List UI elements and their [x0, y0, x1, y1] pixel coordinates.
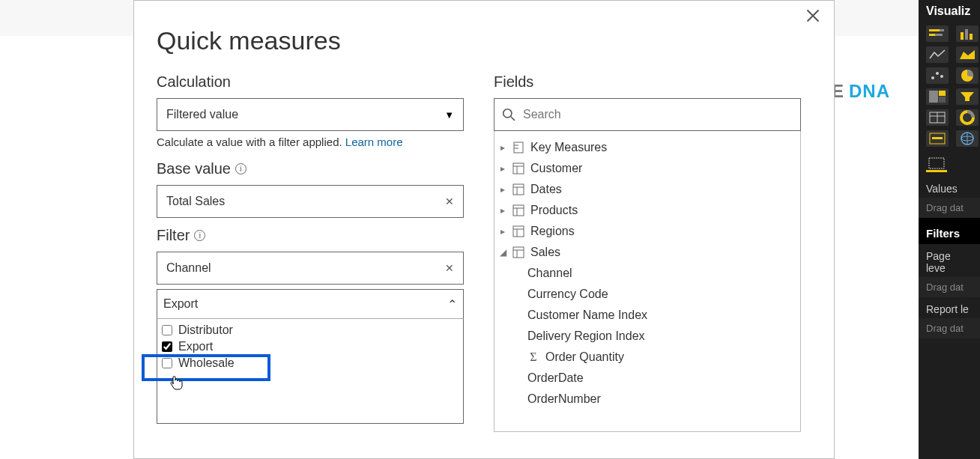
- svg-rect-14: [513, 226, 524, 237]
- values-well[interactable]: Drag dat: [919, 198, 980, 218]
- tree-field-item[interactable]: Customer Name Index: [497, 305, 797, 326]
- brand-dna: DNA: [849, 81, 890, 102]
- donut-icon[interactable]: [956, 109, 979, 126]
- fields-tree: ▸Key Measures▸Customer▸Dates▸Products▸Re…: [494, 131, 801, 432]
- clear-icon[interactable]: ✕: [445, 195, 454, 207]
- svg-rect-5: [513, 163, 524, 174]
- table-icon: [512, 246, 524, 258]
- filter-field-input[interactable]: Channel ✕: [157, 252, 464, 285]
- caret-right-icon[interactable]: ▸: [499, 142, 506, 153]
- clear-icon[interactable]: ✕: [445, 262, 454, 274]
- quick-measures-dialog: Quick measures Calculation Filtered valu…: [133, 0, 835, 459]
- chevron-up-icon: ⌃: [447, 297, 457, 311]
- caret-right-icon[interactable]: ▸: [499, 163, 506, 174]
- tree-item-label: Products: [530, 204, 578, 217]
- tree-item-label: Dates: [530, 183, 562, 196]
- caret-right-icon[interactable]: ▸: [499, 184, 506, 195]
- table-icon[interactable]: [926, 109, 949, 126]
- filter-expanded-value: Export: [163, 297, 198, 311]
- svg-rect-24: [961, 32, 964, 40]
- line-chart-icon[interactable]: [926, 46, 949, 63]
- page-filters-well[interactable]: Drag dat: [919, 277, 980, 297]
- filter-label: Filter i: [157, 227, 464, 244]
- tree-field-item[interactable]: Channel: [497, 263, 797, 284]
- report-filters-well[interactable]: Drag dat: [919, 318, 980, 338]
- filter-option[interactable]: Export: [162, 338, 459, 355]
- svg-rect-26: [970, 34, 973, 40]
- pie-chart-icon[interactable]: [956, 67, 979, 84]
- svg-rect-25: [965, 29, 968, 40]
- tree-field-item[interactable]: Delivery Region Index: [497, 326, 797, 347]
- tree-field-label: Delivery Region Index: [527, 329, 645, 343]
- tree-field-item[interactable]: OrderNumber: [497, 389, 797, 410]
- tree-table-item[interactable]: ▸Dates: [497, 179, 797, 200]
- table-icon: [512, 204, 524, 216]
- tree-field-item[interactable]: ΣOrder Quantity: [497, 347, 797, 368]
- svg-rect-33: [939, 97, 946, 103]
- scatter-chart-icon[interactable]: [926, 67, 949, 84]
- tree-table-item[interactable]: ▸Key Measures: [497, 137, 797, 158]
- selected-visual-matrix-icon[interactable]: [926, 156, 947, 172]
- tree-field-item[interactable]: OrderDate: [497, 368, 797, 389]
- svg-rect-11: [513, 205, 524, 216]
- svg-line-1: [511, 117, 515, 121]
- calculation-column: Calculation Filtered value ▼ Calculate a…: [157, 73, 464, 432]
- viz-icon-grid: [919, 22, 980, 154]
- brand-logo: E DNA: [832, 81, 890, 102]
- svg-point-0: [503, 109, 512, 118]
- stacked-bar-icon[interactable]: [926, 25, 949, 42]
- filter-checkbox[interactable]: [162, 358, 172, 368]
- card-icon[interactable]: [926, 130, 949, 147]
- learn-more-link[interactable]: Learn more: [345, 136, 403, 148]
- svg-rect-32: [939, 91, 946, 96]
- svg-rect-31: [929, 91, 938, 103]
- tree-field-item[interactable]: Currency Code: [497, 284, 797, 305]
- tree-table-item[interactable]: ▸Customer: [497, 158, 797, 179]
- base-value-value: Total Sales: [166, 195, 225, 208]
- base-value-label: Base value i: [157, 160, 464, 177]
- caret-right-icon[interactable]: ▸: [499, 226, 506, 237]
- tree-table-item[interactable]: ▸Regions: [497, 221, 797, 242]
- calculation-label: Calculation: [157, 73, 464, 91]
- fields-label: Fields: [494, 73, 801, 91]
- calculation-helper: Calculate a value with a filter applied.…: [157, 136, 464, 148]
- sigma-icon: Σ: [527, 350, 539, 364]
- helper-text: Calculate a value with a filter applied.: [157, 136, 345, 148]
- caret-right-icon[interactable]: ▸: [499, 205, 506, 216]
- globe-icon[interactable]: [956, 130, 979, 147]
- base-value-input[interactable]: Total Sales ✕: [157, 185, 464, 218]
- treemap-icon[interactable]: [926, 88, 949, 105]
- tree-item-label: Customer: [530, 162, 582, 175]
- close-icon[interactable]: [805, 8, 820, 23]
- caret-down-icon[interactable]: ◢: [499, 247, 506, 258]
- info-icon[interactable]: i: [194, 230, 205, 241]
- calculation-select[interactable]: Filtered value ▼: [157, 98, 464, 131]
- area-chart-icon[interactable]: [956, 46, 979, 63]
- info-icon[interactable]: i: [235, 163, 246, 174]
- svg-rect-22: [929, 34, 935, 36]
- funnel-icon[interactable]: [956, 88, 979, 105]
- filter-field-value: Channel: [166, 261, 211, 275]
- filter-checkbox[interactable]: [162, 341, 172, 352]
- table-icon: [512, 225, 524, 237]
- filter-option-label: Wholesale: [178, 356, 235, 370]
- clustered-column-icon[interactable]: [956, 25, 979, 42]
- filter-value-expander[interactable]: Export ⌃: [157, 289, 464, 319]
- svg-point-29: [940, 75, 943, 78]
- filter-checkbox[interactable]: [162, 325, 172, 335]
- filter-option[interactable]: Wholesale: [162, 355, 459, 371]
- tree-field-label: Order Quantity: [545, 350, 624, 364]
- tree-item-label: Key Measures: [530, 141, 607, 154]
- tree-table-item[interactable]: ▸Products: [497, 200, 797, 221]
- svg-rect-43: [929, 158, 944, 168]
- tree-field-label: Channel: [527, 267, 572, 280]
- fields-search[interactable]: [494, 98, 801, 131]
- filter-option-label: Distributor: [178, 323, 233, 337]
- tree-table-item[interactable]: ◢Sales: [497, 242, 797, 263]
- svg-rect-2: [514, 142, 523, 153]
- svg-point-27: [931, 76, 934, 79]
- svg-rect-23: [935, 34, 943, 36]
- search-input[interactable]: [523, 108, 793, 121]
- filter-option[interactable]: Distributor: [162, 322, 459, 338]
- table-icon: [512, 183, 524, 195]
